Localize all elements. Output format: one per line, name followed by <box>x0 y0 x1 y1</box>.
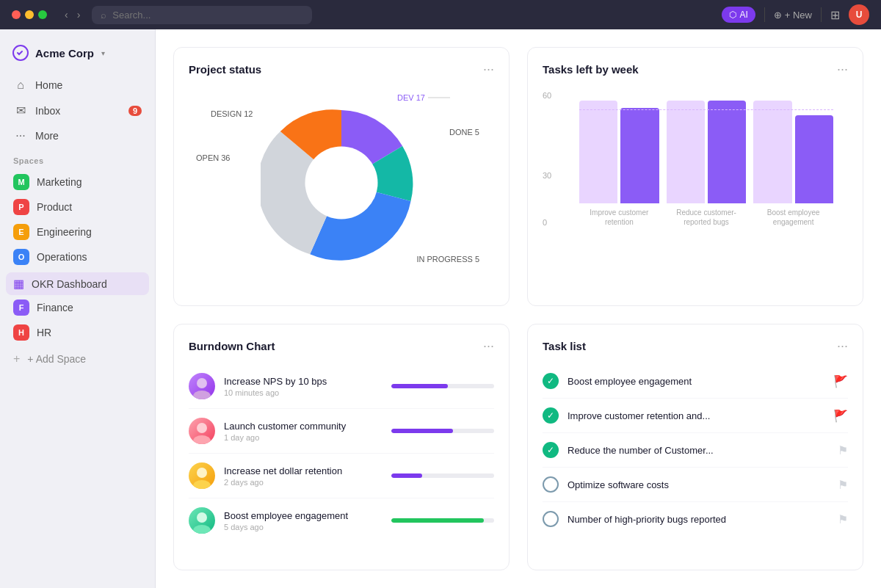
task-name-3: Reduce the number of Customer... <box>568 445 829 456</box>
y-label-30: 30 <box>543 171 551 180</box>
task-list-card: Task list ··· Boost employee engagement … <box>527 324 863 570</box>
bar-label-3: Boost employeeengagement <box>767 208 820 227</box>
inbox-icon: ✉ <box>13 104 28 117</box>
task-item-2[interactable]: Improve customer retention and... 🚩 <box>543 399 848 433</box>
maximize-dot[interactable] <box>38 10 47 19</box>
y-label-0: 0 <box>543 218 547 227</box>
progress-fill-2 <box>391 429 453 433</box>
bar-bg-3 <box>753 101 791 203</box>
operations-icon: O <box>13 249 29 265</box>
svg-point-5 <box>193 435 211 444</box>
tasks-by-week-title: Tasks left by week <box>543 63 639 76</box>
bar-main-2 <box>708 101 746 203</box>
task-name-5: Number of high-priority bugs reported <box>568 514 829 525</box>
pie-label-inprogress: IN PROGRESS 5 <box>416 255 479 264</box>
task-item-3[interactable]: Reduce the number of Customer... ⚑ <box>543 433 848 468</box>
project-status-menu[interactable]: ··· <box>483 62 494 76</box>
bar-group-1: Improve customer retention <box>579 86 659 227</box>
pie-label-dev: DEV 17 <box>397 93 450 102</box>
search-input[interactable] <box>112 10 303 21</box>
ai-icon: ⬡ <box>729 10 736 20</box>
spaces-header: Spaces <box>0 148 155 170</box>
sidebar-item-finance[interactable]: F Finance <box>6 295 149 320</box>
sidebar-item-home[interactable]: ⌂ Home <box>6 73 149 97</box>
task-flag-5: ⚑ <box>838 512 848 526</box>
burndown-name-4: Boost employee engagement <box>224 510 383 521</box>
tasks-by-week-header: Tasks left by week ··· <box>543 62 848 76</box>
add-space-label: + Add Space <box>27 353 86 365</box>
close-dot[interactable] <box>12 10 21 19</box>
task-list-title: Task list <box>543 340 586 352</box>
burndown-item-3: Increase net dollar retention 2 days ago <box>189 454 494 498</box>
burndown-progress-4 <box>391 518 494 523</box>
task-check-2 <box>543 407 559 424</box>
task-item-4[interactable]: Optimize software costs ⚑ <box>543 468 848 502</box>
sidebar-nav: ⌂ Home ✉ Inbox 9 ··· More <box>0 73 155 148</box>
forward-button[interactable]: › <box>74 7 84 22</box>
avatar-4-img <box>189 507 215 534</box>
project-status-title: Project status <box>189 63 261 76</box>
task-check-3 <box>543 442 559 458</box>
bar-group-2: Reduce customer-reported bugs <box>667 86 747 227</box>
burndown-name-3: Increase net dollar retention <box>224 465 383 476</box>
brand[interactable]: Acme Corp ▾ <box>0 38 155 73</box>
bar-pair-1 <box>579 86 659 203</box>
divider <box>764 7 765 22</box>
ai-button[interactable]: ⬡ AI <box>722 7 755 23</box>
product-label: Product <box>37 201 72 213</box>
bar-main-1 <box>620 108 659 203</box>
sidebar-item-engineering[interactable]: E Engineering <box>6 219 149 244</box>
more-icon: ··· <box>13 129 28 142</box>
minimize-dot[interactable] <box>25 10 34 19</box>
okr-label: OKR Dashboard <box>32 278 107 290</box>
sidebar-item-inbox[interactable]: ✉ Inbox 9 <box>6 98 149 123</box>
task-list-menu[interactable]: ··· <box>837 339 848 352</box>
sidebar-item-hr[interactable]: H HR <box>6 320 149 345</box>
task-item-5[interactable]: Number of high-priority bugs reported ⚑ <box>543 502 848 536</box>
sidebar-item-marketing[interactable]: M Marketing <box>6 170 149 195</box>
burndown-item-4: Boost employee engagement 5 days ago <box>189 498 494 542</box>
user-avatar[interactable]: U <box>849 4 869 25</box>
bar-label-2: Reduce customer-reported bugs <box>676 208 736 227</box>
product-icon: P <box>13 199 29 215</box>
new-button[interactable]: ⊕ + New <box>774 10 812 21</box>
task-item-1[interactable]: Boost employee engagement 🚩 <box>543 364 848 399</box>
svg-point-6 <box>197 468 207 478</box>
burndown-time-4: 5 days ago <box>224 523 383 531</box>
burndown-info-3: Increase net dollar retention 2 days ago <box>224 465 383 487</box>
engineering-label: Engineering <box>37 226 92 238</box>
bar-label-1: Improve customer retention <box>579 208 659 227</box>
progress-bg-3 <box>391 473 494 478</box>
sidebar-item-product[interactable]: P Product <box>6 195 149 219</box>
new-label: + New <box>785 10 812 21</box>
back-button[interactable]: ‹ <box>62 7 71 22</box>
sidebar-item-more[interactable]: ··· More <box>6 124 149 148</box>
burndown-avatar-2 <box>189 418 215 444</box>
main-layout: Acme Corp ▾ ⌂ Home ✉ Inbox 9 ··· More Sp… <box>0 29 881 588</box>
marketing-label: Marketing <box>37 176 81 188</box>
history-nav: ‹ › <box>62 7 83 22</box>
burndown-name-1: Increase NPS by 10 bps <box>224 376 383 387</box>
burndown-avatar-3 <box>189 462 215 489</box>
burndown-info-1: Increase NPS by 10 bps 10 minutes ago <box>224 376 383 397</box>
tasks-by-week-menu[interactable]: ··· <box>837 62 848 76</box>
sidebar-item-okr[interactable]: ▦ OKR Dashboard <box>6 272 149 295</box>
grid-button[interactable]: ⊞ <box>830 8 840 22</box>
burndown-menu[interactable]: ··· <box>483 339 494 352</box>
burndown-item-2: Launch customer community 1 day ago <box>189 409 494 454</box>
progress-bg-4 <box>391 518 494 523</box>
add-space-button[interactable]: + + Add Space <box>6 348 149 370</box>
avatar-2-img <box>189 418 215 444</box>
svg-point-2 <box>197 378 207 388</box>
search-bar[interactable]: ⌕ <box>92 6 312 24</box>
burndown-progress-1 <box>391 384 494 388</box>
home-label: Home <box>35 79 62 91</box>
progress-bg-1 <box>391 384 494 388</box>
task-check-1 <box>543 373 559 389</box>
brand-name: Acme Corp <box>35 47 94 59</box>
sidebar-item-operations[interactable]: O Operations <box>6 244 149 269</box>
plus-icon: + <box>13 352 20 366</box>
project-status-header: Project status ··· <box>189 62 494 76</box>
window-controls <box>12 10 47 19</box>
pie-chart-container: DEV 17 DONE 5 IN PROGRESS 5 OPEN 36 DESI… <box>189 87 494 278</box>
